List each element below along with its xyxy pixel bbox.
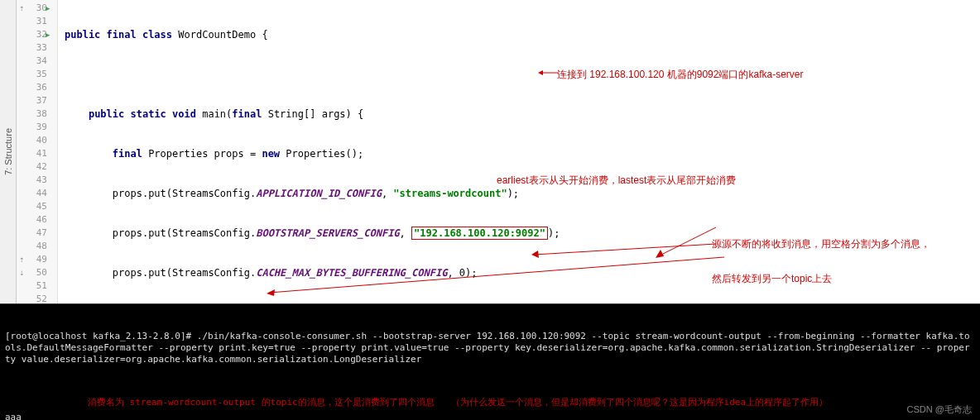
line-number: 43 (17, 174, 47, 187)
line-number: ⇣50 (17, 266, 47, 279)
svg-line-4 (534, 244, 716, 255)
code-content[interactable]: public final class WordCountDemo { publi… (58, 0, 980, 303)
line-number: 44 (17, 187, 47, 200)
line-number: 51 (17, 279, 47, 293)
arrow-icon (530, 241, 720, 266)
structure-label: 7: Structure (3, 128, 13, 175)
line-number: 46 (17, 213, 47, 227)
line-number: 41 (17, 147, 47, 160)
line-number: 37 (17, 94, 47, 107)
line-number: 31 (17, 15, 47, 28)
run-icon[interactable]: ▶ (46, 28, 50, 41)
terminal-panel[interactable]: [root@localhost kafka_2.13-2.8.0]# ./bin… (0, 303, 980, 420)
output-line: aaa (5, 412, 38, 420)
terminal-annotation-consume: 消费名为 stream-wordcount-output 的topic的消息，这… (38, 389, 828, 420)
line-number: 35 (17, 68, 47, 81)
line-number: ⇡49 (17, 253, 47, 266)
run-icon[interactable]: ▶ (46, 2, 50, 15)
line-number: ▶32 (17, 28, 47, 41)
line-number: 40 (17, 134, 47, 147)
watermark: CSDN @毛奇志 (907, 403, 972, 415)
line-number: 42 (17, 160, 47, 174)
structure-tool-window-tab[interactable]: 7: Structure (0, 0, 17, 303)
svg-marker-7 (267, 289, 275, 296)
line-number: 34 (17, 55, 47, 68)
consumer-command: [root@localhost kafka_2.13-2.8.0]# ./bin… (5, 331, 975, 365)
svg-marker-3 (656, 250, 664, 258)
line-number: 47 (17, 227, 47, 240)
line-number: 45 (17, 200, 47, 213)
line-number: 39 (17, 121, 47, 134)
line-number: 36 (17, 81, 47, 94)
bootstrap-servers-value: "192.168.100.120:9092" (411, 227, 548, 240)
annotation-flatmap: 源源不断的将收到消息，用空格分割为多个消息， 然后转发到另一个topic上去 (… (712, 215, 980, 303)
line-number: 38 (17, 107, 47, 121)
svg-marker-5 (531, 251, 539, 258)
line-number: ⇡▶30 (17, 2, 47, 15)
line-number: 48 (17, 240, 47, 253)
code-editor: 7: Structure ⇡▶30 31 ▶32 33 34 35 36 37 … (0, 0, 980, 303)
line-number: 33 (17, 41, 47, 55)
annotation-earliest: earliest表示从头开始消费，lastest表示从尾部开始消费 (497, 174, 736, 187)
annotation-bootstrap: 连接到 192.168.100.120 机器的9092端口的kafka-serv… (557, 68, 803, 81)
line-gutter: ⇡▶30 31 ▶32 33 34 35 36 37 38 39 40 41 4… (17, 0, 58, 303)
